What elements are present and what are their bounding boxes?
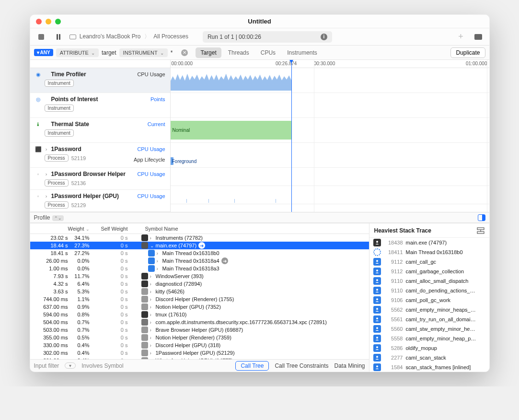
tab-threads[interactable]: Threads	[223, 47, 254, 58]
chevron-right-icon[interactable]: ›	[150, 304, 154, 310]
chevron-right-icon[interactable]: ›	[157, 266, 161, 271]
data-mining-button[interactable]: Data Mining	[334, 362, 365, 369]
stack-row[interactable]: 18411Main Thread 0x16318b0	[369, 247, 489, 257]
call-tree-row[interactable]: 1.00 ms0.0%0 s›Main Thread 0x16318a3	[30, 265, 369, 272]
call-tree-row[interactable]: 18.41 s27.2%0 s›Main Thread 0x16318b0	[30, 249, 369, 257]
track-row[interactable]: 🌡Thermal StateInstrumentCurrent	[30, 118, 170, 143]
side-panel-toggle[interactable]	[478, 214, 485, 221]
track-metric[interactable]: CPU Usage	[137, 193, 165, 199]
tab-target[interactable]: Target	[196, 47, 221, 58]
chevron-right-icon[interactable]: ›	[150, 320, 154, 325]
call-tree-row[interactable]: 744.00 ms1.1%0 s›Discord Helper (Rendere…	[30, 295, 369, 303]
col-weight[interactable]: Weight⌄	[30, 226, 92, 232]
constraints-button[interactable]: Call Tree Constraints	[275, 362, 328, 369]
playhead[interactable]	[291, 60, 292, 212]
track-metric2[interactable]: App Lifecycle	[134, 157, 165, 163]
focus-arrow-icon[interactable]: ➜	[198, 242, 205, 249]
chevron-right-icon[interactable]: ›	[45, 171, 48, 177]
attribute-selector[interactable]: ATTRIBUTE	[56, 48, 99, 57]
involves-dropdown[interactable]: ▾	[65, 362, 76, 369]
stack-row[interactable]: 9106caml_poll_gc_work	[369, 295, 489, 305]
chevron-right-icon[interactable]: ›	[150, 289, 154, 294]
time-ruler[interactable]: 00:00.000 00:26.874 00:30.000 01:00.000	[171, 60, 489, 68]
call-tree-button[interactable]: Call Tree	[235, 361, 269, 371]
chevron-right-icon[interactable]: ›	[45, 146, 48, 152]
call-tree-row[interactable]: 18.44 s27.3%0 s⌄main.exe (74797)➜	[30, 242, 369, 249]
call-tree-row[interactable]: 23.02 s34.1%0 s›Instruments (72782)	[30, 234, 369, 242]
col-self-weight[interactable]: Self Weight	[92, 226, 131, 232]
track-row[interactable]: ▫›1Password Browser HelperProcess52136CP…	[30, 168, 170, 190]
chevron-right-icon[interactable]: ›	[150, 274, 154, 279]
stack-row[interactable]: 2277caml_scan_stack	[369, 353, 489, 362]
stack-row[interactable]: 5286oldify_mopup	[369, 343, 489, 353]
chevron-right-icon[interactable]: ›	[150, 312, 154, 317]
call-tree-row[interactable]: 3.63 s5.3%0 s›kitty (54626)	[30, 288, 369, 295]
stack-settings-icon[interactable]	[477, 227, 484, 234]
inspector-toggle-button[interactable]	[472, 32, 484, 42]
record-stop-button[interactable]	[35, 32, 47, 42]
call-tree-rows[interactable]: 23.02 s34.1%0 s›Instruments (72782)18.44…	[30, 234, 369, 359]
track-metric[interactable]: CPU Usage	[137, 146, 165, 152]
call-tree-row[interactable]: 637.00 ms0.9%0 s›Notion Helper (GPU) (73…	[30, 303, 369, 311]
chevron-right-icon[interactable]: ›	[45, 193, 48, 199]
zoom-icon[interactable]	[55, 19, 61, 24]
stack-row[interactable]: 5560caml_stw_empty_minor_he…	[369, 324, 489, 334]
stack-rows[interactable]: 18438main.exe (74797)18411Main Thread 0x…	[369, 238, 489, 372]
stack-row[interactable]: 9112caml_garbage_collection	[369, 267, 489, 276]
add-button[interactable]: +	[455, 32, 467, 42]
track-metric[interactable]: Points	[150, 96, 165, 102]
stack-row[interactable]: 5561caml_try_run_on_all_domai…	[369, 315, 489, 324]
chevron-right-icon[interactable]: ›	[150, 235, 154, 241]
run-selector[interactable]: Run 1 of 1 | 00:00:26 i	[203, 31, 332, 43]
breadcrumb[interactable]: Leandro's MacBook Pro 〉 All Processes	[69, 33, 188, 41]
track-row[interactable]: ◎Points of InterestInstrumentPoints	[30, 93, 170, 118]
tab-cpus[interactable]: CPUs	[256, 47, 280, 58]
track-row[interactable]: ⬛›1PasswordProcess52119CPU UsageApp Life…	[30, 143, 170, 168]
info-icon[interactable]: i	[321, 34, 327, 40]
chevron-right-icon[interactable]: ›	[150, 335, 154, 340]
col-symbol[interactable]: Symbol Name	[131, 226, 369, 232]
stack-row[interactable]: 9112caml_call_gc	[369, 257, 489, 267]
track-metric[interactable]: CPU Usage	[137, 71, 165, 77]
focus-arrow-icon[interactable]: ➜	[221, 257, 228, 264]
chevron-right-icon[interactable]: ›	[150, 327, 154, 333]
call-tree-row[interactable]: 26.00 ms0.0%0 s›Main Thread 0x16318a4➜	[30, 257, 369, 265]
chevron-right-icon[interactable]: ›	[150, 350, 154, 356]
input-filter-field[interactable]: Input filter	[34, 362, 59, 369]
stack-row[interactable]: 18438main.exe (74797)	[369, 238, 489, 247]
track-metric[interactable]: CPU Usage	[137, 171, 165, 177]
stack-row[interactable]: 9110caml_do_pending_actions_…	[369, 286, 489, 295]
pause-button[interactable]	[52, 32, 65, 42]
track-metric[interactable]: Current	[148, 121, 165, 127]
chevron-right-icon[interactable]: ›	[150, 281, 154, 287]
chevron-right-icon[interactable]: ›	[150, 297, 154, 302]
track-row[interactable]: ◉Time ProfilerInstrumentCPU Usage	[30, 68, 170, 93]
profile-selector[interactable]: Profile⌃⌄	[34, 214, 64, 221]
stack-row[interactable]: 5558caml_empty_minor_heap_p…	[369, 334, 489, 343]
chevron-down-icon[interactable]: ⌄	[150, 243, 154, 248]
chevron-right-icon[interactable]: ›	[157, 258, 161, 264]
call-tree-row[interactable]: 7.93 s11.7%0 s›WindowServer (393)	[30, 272, 369, 280]
call-tree-row[interactable]: 355.00 ms0.5%0 s›Notion Helper (Renderer…	[30, 334, 369, 341]
minimize-icon[interactable]	[46, 19, 51, 24]
stack-row[interactable]: 9110caml_alloc_small_dispatch	[369, 276, 489, 286]
any-filter-chip[interactable]: ▾ ANY	[34, 49, 53, 56]
call-tree-row[interactable]: 503.00 ms0.7%0 s›Brave Browser Helper (G…	[30, 326, 369, 334]
call-tree-row[interactable]: 302.00 ms0.4%0 s›1Password Helper (GPU) …	[30, 349, 369, 357]
call-tree-row[interactable]: 504.00 ms0.7%0 s›com.apple.dt.instrument…	[30, 318, 369, 326]
call-tree-row[interactable]: 330.00 ms0.4%0 s›Discord Helper (GPU) (3…	[30, 341, 369, 349]
cell-symbol: ›Notion Helper (Renderer) (7359)	[131, 334, 369, 341]
stack-row[interactable]: 5562caml_empty_minor_heaps_…	[369, 305, 489, 315]
instrument-selector[interactable]: INSTRUMENT	[119, 48, 168, 57]
chevron-right-icon[interactable]: ›	[150, 343, 154, 348]
track-row[interactable]: ▫›1Password Helper (GPU)Process52129CPU …	[30, 190, 170, 212]
track-canvas[interactable]: 00:00.000 00:26.874 00:30.000 01:00.000 …	[171, 60, 489, 212]
chevron-right-icon[interactable]: ›	[157, 251, 161, 256]
tab-instruments[interactable]: Instruments	[282, 47, 322, 58]
close-icon[interactable]	[36, 19, 42, 24]
clear-filter-button[interactable]: ✕	[181, 49, 188, 56]
stack-row[interactable]: 1584scan_stack_frames [inlined]	[369, 362, 489, 372]
duplicate-button[interactable]: Duplicate	[450, 47, 485, 58]
call-tree-row[interactable]: 594.00 ms0.8%0 s›tmux (17610)	[30, 311, 369, 318]
call-tree-row[interactable]: 4.32 s6.4%0 s›diagnosticd (72894)	[30, 280, 369, 288]
